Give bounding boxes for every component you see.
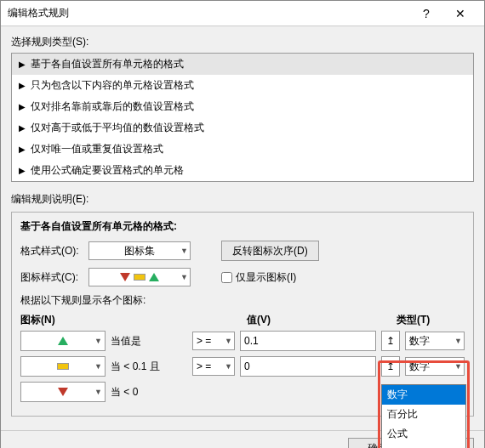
- dialog-title: 编辑格式规则: [8, 6, 409, 20]
- arrow-icon: ▶: [19, 145, 26, 154]
- rule-type-item[interactable]: ▶ 仅对排名靠前或靠后的数值设置格式: [12, 96, 473, 117]
- condition-label: 当值是: [111, 334, 187, 349]
- triangle-down-red-icon: [120, 273, 130, 281]
- icon-picker[interactable]: ▼: [20, 356, 106, 377]
- col-icon-header: 图标(N): [20, 313, 111, 327]
- rule-type-text: 仅对唯一值或重复值设置格式: [31, 142, 163, 156]
- type-option[interactable]: 百分比: [382, 405, 465, 424]
- select-rule-type-label: 选择规则类型(S):: [11, 35, 474, 49]
- show-icon-only-label: 仅显示图标(I): [236, 270, 296, 285]
- operator-combo[interactable]: > = ▼: [192, 332, 235, 350]
- icon-rule-row: ▼ 当 < 0.1 且 > = ▼ ↥ 数字 ▼: [20, 356, 465, 377]
- icon-column-headers: 图标(N) 值(V) 类型(T): [20, 313, 465, 327]
- type-dropdown[interactable]: 数字 百分比 公式 百分点值: [381, 384, 466, 448]
- reverse-icon-order-button[interactable]: 反转图标次序(D): [221, 241, 319, 261]
- show-icon-only-input[interactable]: [221, 272, 232, 283]
- close-button[interactable]: ✕: [443, 7, 477, 20]
- rule-type-item[interactable]: ▶ 使用公式确定要设置格式的单元格: [12, 160, 473, 181]
- chevron-down-icon: ▼: [454, 362, 462, 371]
- rule-type-text: 基于各自值设置所有单元格的格式: [31, 57, 184, 71]
- rule-type-item[interactable]: ▶ 仅对高于或低于平均值的数值设置格式: [12, 117, 473, 139]
- icon-style-label: 图标样式(C):: [20, 270, 82, 285]
- rect-yellow-icon: [57, 363, 69, 370]
- icon-picker[interactable]: ▼: [20, 382, 106, 402]
- chevron-down-icon: ▼: [94, 337, 102, 345]
- icon-style-row: 图标样式(C): ▼ 仅显示图标(I): [20, 268, 465, 286]
- range-select-button[interactable]: ↥: [381, 356, 400, 377]
- operator-value: > =: [197, 360, 211, 372]
- triangle-up-green-icon: [149, 273, 159, 281]
- range-select-button[interactable]: ↥: [381, 331, 400, 351]
- arrow-icon: ▶: [19, 60, 26, 69]
- operator-value: > =: [197, 335, 211, 347]
- up-arrow-icon: ↥: [386, 335, 395, 347]
- chevron-down-icon: ▼: [94, 362, 102, 371]
- value-input[interactable]: [240, 331, 376, 351]
- format-all-cells-label: 基于各自值设置所有单元格的格式:: [20, 219, 465, 234]
- rule-type-item[interactable]: ▶ 基于各自值设置所有单元格的格式: [12, 54, 473, 75]
- show-icon-only-checkbox[interactable]: 仅显示图标(I): [221, 270, 296, 285]
- format-style-label: 格式样式(O):: [20, 244, 82, 258]
- format-style-combo[interactable]: 图标集 ▼: [88, 241, 191, 260]
- icon-style-combo[interactable]: ▼: [88, 268, 191, 286]
- arrow-icon: ▶: [19, 166, 26, 175]
- rule-type-item[interactable]: ▶ 只为包含以下内容的单元格设置格式: [12, 75, 473, 96]
- edit-description-label: 编辑规则说明(E):: [11, 192, 474, 207]
- type-combo[interactable]: 数字 ▼: [405, 332, 465, 350]
- chevron-down-icon: ▼: [225, 337, 232, 345]
- chevron-down-icon: ▼: [225, 362, 232, 371]
- edit-format-rule-dialog: 编辑格式规则 ? ✕ 选择规则类型(S): ▶ 基于各自值设置所有单元格的格式 …: [0, 0, 485, 448]
- condition-label: 当 < 0.1 且: [111, 360, 187, 374]
- help-button[interactable]: ?: [409, 7, 443, 20]
- icon-picker[interactable]: ▼: [20, 331, 106, 351]
- rule-type-list[interactable]: ▶ 基于各自值设置所有单元格的格式 ▶ 只为包含以下内容的单元格设置格式 ▶ 仅…: [11, 53, 474, 182]
- triangle-down-red-icon: [58, 388, 68, 396]
- dialog-content: 选择规则类型(S): ▶ 基于各自值设置所有单元格的格式 ▶ 只为包含以下内容的…: [1, 26, 484, 430]
- chevron-down-icon: ▼: [94, 388, 102, 396]
- rule-type-text: 仅对排名靠前或靠后的数值设置格式: [31, 99, 194, 114]
- icon-rule-row: ▼ 当值是 > = ▼ ↥ 数字 ▼: [20, 331, 465, 351]
- format-style-value: 图标集: [124, 244, 155, 258]
- rules-note-label: 根据以下规则显示各个图标:: [20, 293, 465, 308]
- titlebar: 编辑格式规则 ? ✕: [1, 1, 484, 26]
- chevron-down-icon: ▼: [454, 337, 462, 345]
- up-arrow-icon: ↥: [386, 360, 395, 372]
- format-style-row: 格式样式(O): 图标集 ▼ 反转图标次序(D): [20, 241, 465, 261]
- value-input[interactable]: [240, 356, 376, 377]
- rect-yellow-icon: [134, 274, 146, 281]
- operator-combo[interactable]: > = ▼: [192, 357, 235, 376]
- rule-type-text: 使用公式确定要设置格式的单元格: [31, 163, 184, 178]
- rule-description-box: 基于各自值设置所有单元格的格式: 格式样式(O): 图标集 ▼ 反转图标次序(D…: [11, 212, 474, 417]
- type-value: 数字: [409, 334, 430, 349]
- type-option[interactable]: 数字: [382, 385, 465, 405]
- rule-type-text: 只为包含以下内容的单元格设置格式: [31, 78, 194, 93]
- triangle-up-green-icon: [58, 337, 68, 345]
- type-option[interactable]: 百分点值: [382, 444, 465, 448]
- type-value: 数字: [409, 360, 430, 374]
- col-value-header: 值(V): [247, 313, 366, 327]
- col-type-header: 类型(T): [397, 313, 465, 327]
- chevron-down-icon: ▼: [180, 273, 188, 281]
- arrow-icon: ▶: [19, 81, 26, 90]
- arrow-icon: ▶: [19, 123, 26, 133]
- type-option[interactable]: 公式: [382, 424, 465, 444]
- arrow-icon: ▶: [19, 102, 26, 111]
- reverse-order-label: 反转图标次序(D): [232, 244, 308, 258]
- rule-type-item[interactable]: ▶ 仅对唯一值或重复值设置格式: [12, 139, 473, 160]
- condition-label: 当 < 0: [111, 385, 187, 400]
- rule-type-text: 仅对高于或低于平均值的数值设置格式: [31, 121, 204, 135]
- type-combo[interactable]: 数字 ▼: [405, 357, 465, 376]
- chevron-down-icon: ▼: [180, 247, 188, 255]
